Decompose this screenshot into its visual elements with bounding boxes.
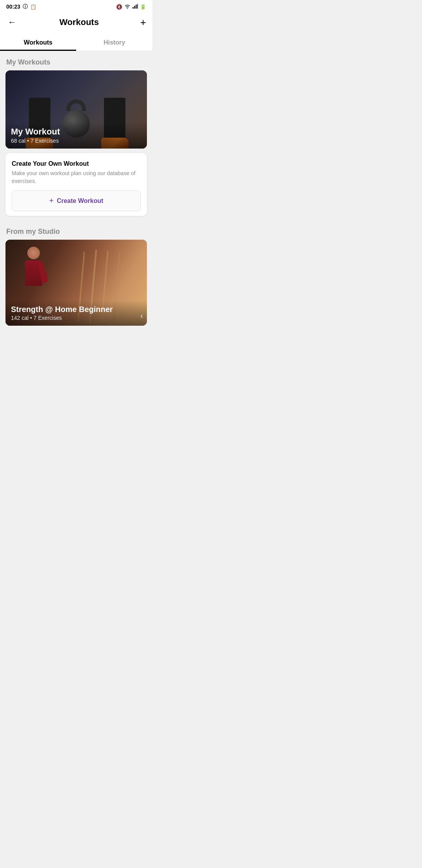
studio-card-name: Strength @ Home Beginner <box>11 305 141 314</box>
person-silhouette <box>25 247 42 286</box>
tabs-bar: Workouts History <box>0 34 152 51</box>
tab-workouts[interactable]: Workouts <box>0 34 76 51</box>
page-title: Workouts <box>59 17 99 27</box>
studio-next-button[interactable]: ‹ <box>140 311 143 320</box>
create-workout-plus-icon: + <box>49 196 54 205</box>
svg-rect-3 <box>137 4 138 9</box>
create-card-description: Make your own workout plan using our dat… <box>12 170 141 185</box>
workout-card-name: My Workout <box>11 127 141 137</box>
status-right: 🔇 🔋 <box>116 4 146 10</box>
status-left: 00:23 ⓘ 📋 <box>6 3 36 10</box>
header: ← Workouts + <box>0 12 152 34</box>
status-time: 00:23 <box>6 4 20 10</box>
svg-rect-2 <box>136 5 137 9</box>
create-workout-card: Create Your Own Workout Make your own wo… <box>5 153 147 216</box>
kettlebell-handle <box>66 99 86 111</box>
status-bar: 00:23 ⓘ 📋 🔇 🔋 <box>0 0 152 12</box>
svg-rect-1 <box>134 6 135 9</box>
add-button[interactable]: + <box>140 17 146 27</box>
content-area: My Workouts My Workout 68 cal • 7 Exerci… <box>0 51 152 338</box>
studio-card-meta: 142 cal • 7 Exercises <box>11 315 141 321</box>
my-workouts-section-title: My Workouts <box>0 51 152 70</box>
svg-rect-0 <box>132 7 134 9</box>
tab-history[interactable]: History <box>76 34 152 51</box>
signal-icon <box>132 4 138 10</box>
workout-card-overlay: My Workout 68 cal • 7 Exercises <box>5 122 147 149</box>
studio-section-title: From my Studio <box>0 221 152 240</box>
create-workout-button[interactable]: + Create Workout <box>12 190 141 211</box>
mute-icon: 🔇 <box>116 4 122 10</box>
info-icon: ⓘ <box>23 3 28 10</box>
workout-card-meta: 68 cal • 7 Exercises <box>11 138 141 144</box>
wifi-icon <box>124 4 131 10</box>
my-workout-card[interactable]: My Workout 68 cal • 7 Exercises <box>5 70 147 149</box>
clipboard-icon: 📋 <box>30 4 36 10</box>
create-workout-label: Create Workout <box>57 197 103 204</box>
studio-card[interactable]: Strength @ Home Beginner 142 cal • 7 Exe… <box>5 240 147 326</box>
studio-card-overlay: Strength @ Home Beginner 142 cal • 7 Exe… <box>5 300 147 326</box>
back-button[interactable]: ← <box>6 16 18 29</box>
create-card-title: Create Your Own Workout <box>12 160 141 167</box>
battery-icon: 🔋 <box>140 4 146 10</box>
